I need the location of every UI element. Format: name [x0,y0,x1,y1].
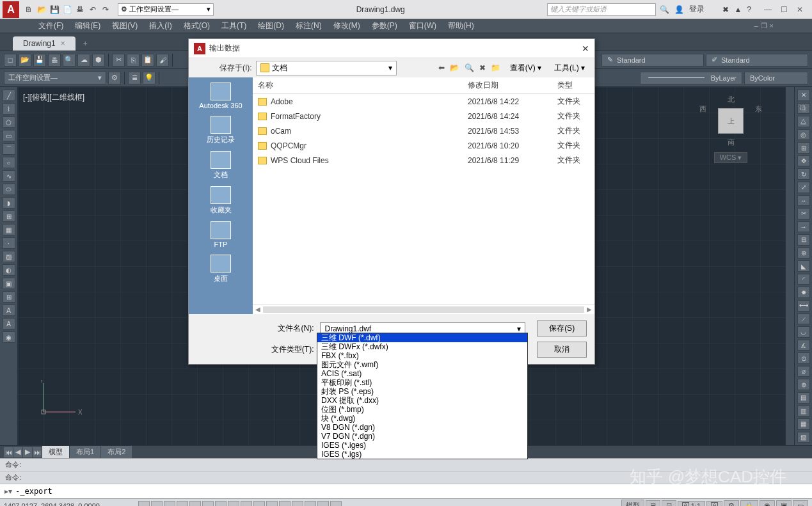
delete-icon[interactable]: ✖ [478,62,487,74]
cloud-icon[interactable]: ▲ [734,5,742,14]
menu-window[interactable]: 窗口(W) [409,20,436,31]
filetype-option[interactable]: 块 (*.dwg) [317,414,527,423]
ortho-toggle[interactable] [164,501,175,507]
palette2-icon[interactable]: ▥ [797,406,810,417]
break-icon[interactable]: ⊟ [797,234,810,246]
doc-close-icon[interactable]: × [770,22,774,30]
menu-edit[interactable]: 编辑(E) [75,20,100,31]
filetype-option[interactable]: 三维 DWFx (*.dwfx) [317,342,527,351]
newfolder-icon[interactable]: 📁 [490,62,502,74]
filetype-option[interactable]: 平板印刷 (*.stl) [317,378,527,387]
dim6-icon[interactable]: ⌀ [797,366,810,377]
place-documents[interactable]: 文档 [211,151,231,180]
file-row[interactable]: WPS Cloud Files2021/6/8 11:29文件夹 [253,153,594,168]
file-row[interactable]: Adobe2021/6/8 14:22文件夹 [253,94,594,109]
close-icon[interactable]: ✕ [797,5,803,14]
tab-layout2[interactable]: 布局2 [101,446,132,458]
grid-view-button[interactable]: ⊞ [646,500,660,506]
hatch-icon[interactable]: ▨ [3,251,15,262]
tools-menu[interactable]: 工具(L) ▾ [550,61,589,75]
palette3-icon[interactable]: ▦ [797,418,810,430]
lock-button[interactable]: 🔒 [740,500,758,506]
back-icon[interactable]: ⬅ [437,62,446,74]
view-label[interactable]: [-][俯视][二维线框] [23,92,84,103]
command-chevron-icon[interactable]: ▸▾ [3,487,14,496]
table-icon[interactable]: ⊞ [3,291,15,303]
dim1-icon[interactable]: ⟷ [797,300,810,312]
col-date[interactable]: 修改日期 [468,80,557,91]
osnap-toggle[interactable] [189,501,201,507]
menu-dimension[interactable]: 标注(N) [296,20,322,31]
app-logo[interactable]: A [3,1,19,18]
dim7-icon[interactable]: ⊕ [797,379,810,390]
file-row[interactable]: QQPCMgr2021/6/8 10:20文件夹 [253,138,594,153]
compass-north[interactable]: 北 [728,95,735,104]
menu-modify[interactable]: 修改(M) [333,20,360,31]
login-link[interactable]: 登录 [689,4,705,15]
addtext-icon[interactable]: ◉ [3,331,15,343]
polygon-icon[interactable]: ⬠ [3,116,15,128]
place-desktop[interactable]: 桌面 [211,255,231,283]
tab-first-icon[interactable]: ⏮ [4,447,13,457]
search-icon[interactable]: 🔍 [660,5,669,14]
gradient-icon[interactable]: ◐ [3,264,15,276]
ws-settings-button[interactable]: ⚙ [108,72,121,84]
menu-tools[interactable]: 工具(T) [221,20,246,31]
region-icon[interactable]: ▣ [3,278,15,289]
file-row[interactable]: oCam2021/6/8 14:53文件夹 [253,123,594,138]
place-ftp[interactable]: FTP [211,221,231,248]
menu-file[interactable]: 文件(F) [38,20,63,31]
dim3-icon[interactable]: ◡ [797,326,810,338]
grid-view-button-2[interactable]: ⊡ [662,500,676,506]
filetype-option[interactable]: V8 DGN (*.dgn) [317,423,527,432]
qp-toggle[interactable] [279,501,291,507]
viewcube-top[interactable]: 上 [718,108,744,134]
filetype-option[interactable]: FBX (*.fbx) [317,351,527,360]
palette4-icon[interactable]: ▧ [797,432,810,443]
arc-icon[interactable]: ⌒ [3,143,15,155]
minimize-icon[interactable]: — [764,5,772,14]
viewcube[interactable]: 北 西 上 东 南 WCS ▾ [702,95,760,165]
dim5-icon[interactable]: ⊙ [797,352,810,364]
menu-parametric[interactable]: 参数(P) [372,20,397,31]
linetype-dropdown[interactable]: ByLayer [640,72,742,84]
palette1-icon[interactable]: ▤ [797,392,810,404]
workspace-select[interactable]: 工作空间设置—▾ [4,71,106,84]
style-dropdown-1[interactable]: ✎ Standard [601,54,704,67]
extend-icon[interactable]: → [797,221,810,233]
menu-format[interactable]: 格式(O) [184,20,210,31]
tab-next-icon[interactable]: ▶ [23,447,32,457]
dim2-icon[interactable]: ⟋ [797,313,810,325]
filetype-option[interactable]: IGES (*.igs) [317,450,527,459]
point-icon[interactable]: · [3,237,15,249]
otrack-toggle[interactable] [215,501,227,507]
compass-south[interactable]: 南 [728,138,735,147]
save-button[interactable]: 💾 [33,54,46,67]
horizontal-scrollbar[interactable]: ◀▶ [253,304,594,314]
match-button[interactable]: 🖌 [156,54,169,67]
fillet-icon[interactable]: ◜ [797,274,810,285]
place-history[interactable]: 历史记录 [207,116,235,145]
saveas-icon[interactable]: 📄 [61,4,73,15]
dyn-toggle[interactable] [241,501,252,507]
circle-icon[interactable]: ○ [3,157,15,168]
open-icon[interactable]: 📂 [36,4,47,15]
scrollbar-vertical[interactable] [785,87,794,445]
filetype-dropdown-list[interactable]: 三维 DWF (*.dwf) 三维 DWFx (*.dwfx) FBX (*.f… [317,333,528,459]
erase-icon[interactable]: ✕ [797,90,810,101]
filetype-option[interactable]: V7 DGN (*.dgn) [317,432,527,441]
cut-button[interactable]: ✂ [112,54,125,67]
polar-toggle[interactable] [177,501,188,507]
copy2-icon[interactable]: ⿻ [797,103,810,115]
explode-icon[interactable]: ✸ [797,287,810,298]
tpy-toggle[interactable] [266,501,278,507]
insert-icon[interactable]: ⊞ [3,210,15,222]
tab-model[interactable]: 模型 [42,446,69,458]
cancel-button[interactable]: 取消 [537,342,587,358]
menu-draw[interactable]: 绘图(D) [258,20,284,31]
filetype-option[interactable]: 图元文件 (*.wmf) [317,360,527,369]
doc-minimize-icon[interactable]: – [754,22,758,30]
polyline-icon[interactable]: ⌇ [3,103,15,115]
command-input[interactable] [14,486,809,497]
filetype-option[interactable]: DXX 提取 (*.dxx) [317,396,527,405]
